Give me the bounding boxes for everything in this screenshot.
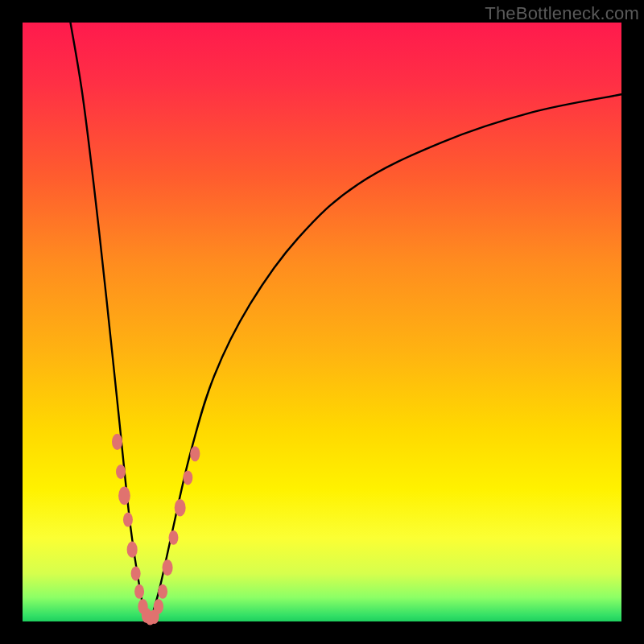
data-marker [175,499,186,517]
markers-group [112,434,200,625]
data-marker [131,566,141,580]
data-marker [118,486,130,505]
data-marker [123,513,133,527]
data-marker [154,599,163,614]
data-marker [127,542,138,558]
curve-right-arm [151,94,621,618]
curve-left-arm [71,23,146,618]
chart-frame: TheBottleneck.com [0,0,644,644]
data-marker [116,464,126,479]
plot-area [23,23,621,621]
data-marker [134,584,144,599]
data-marker [158,584,167,599]
data-marker [163,559,173,576]
data-marker [112,434,122,450]
curve-svg [23,23,621,621]
data-marker [183,470,192,485]
data-marker [190,446,200,461]
data-marker [168,530,178,545]
watermark-text: TheBottleneck.com [485,3,639,24]
